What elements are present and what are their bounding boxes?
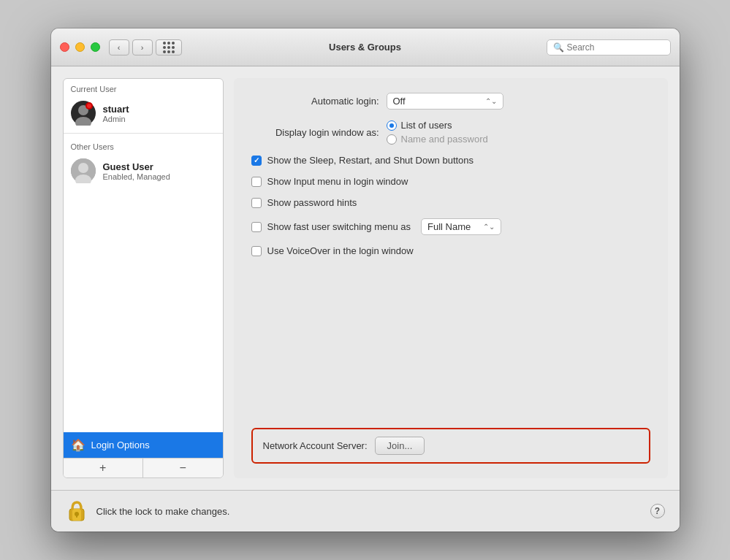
password-hints-checkbox[interactable] — [251, 198, 262, 208]
main-window: ‹ › Users & Groups 🔍 Current User — [51, 28, 680, 532]
guest-info: Guest User Enabled, Managed — [103, 161, 170, 181]
display-login-label: Display login window as: — [251, 127, 379, 138]
lock-button[interactable] — [66, 498, 88, 524]
password-hints-label: Show password hints — [267, 197, 357, 208]
titlebar: ‹ › Users & Groups 🔍 — [51, 28, 680, 66]
checkbox-voiceover-row: Use VoiceOver in the login window — [251, 245, 650, 256]
login-options-label: Login Options — [91, 440, 150, 450]
remove-user-button[interactable]: − — [142, 459, 223, 477]
back-button[interactable]: ‹ — [109, 39, 129, 55]
traffic-lights — [60, 42, 100, 52]
checkbox-sleep-row: ✓ Show the Sleep, Restart, and Shut Down… — [251, 155, 650, 166]
svg-point-4 — [87, 104, 91, 108]
list-of-users-label: List of users — [401, 120, 452, 131]
add-user-button[interactable]: + — [64, 459, 143, 477]
network-account-section: Network Account Server: Join... — [251, 428, 650, 464]
switching-chevron-icon: ⌃⌄ — [483, 223, 495, 231]
sleep-checkbox[interactable]: ✓ — [251, 156, 262, 166]
stuart-role: Admin — [103, 115, 129, 123]
window-title: Users & Groups — [329, 42, 401, 53]
switching-label: Show fast user switching menu as — [267, 221, 411, 232]
switching-select[interactable]: Full Name ⌃⌄ — [421, 218, 501, 235]
login-options-item[interactable]: 🏠 Login Options — [64, 432, 223, 458]
switching-value: Full Name — [427, 221, 471, 232]
plus-icon: + — [99, 461, 106, 475]
checkmark-icon: ✓ — [254, 157, 259, 164]
panel-spacer — [251, 266, 650, 410]
sidebar-bottom: + − — [64, 458, 223, 477]
right-panel: Automatic login: Off ⌃⌄ Display login wi… — [234, 78, 668, 478]
grid-view-button[interactable] — [156, 39, 182, 55]
search-icon: 🔍 — [553, 42, 564, 53]
checkbox-input-menu-row: Show Input menu in login window — [251, 176, 650, 187]
radio-dot — [389, 123, 394, 128]
search-input[interactable] — [567, 42, 664, 53]
current-user-label: Current User — [64, 79, 223, 96]
bottom-bar: Click the lock to make changes. ? — [51, 490, 680, 532]
stuart-avatar-svg — [71, 101, 96, 126]
voiceover-label: Use VoiceOver in the login window — [267, 245, 414, 256]
maximize-button[interactable] — [91, 42, 100, 52]
minus-icon: − — [180, 461, 186, 475]
nav-buttons: ‹ › — [109, 39, 153, 55]
list-of-users-radio[interactable] — [387, 120, 397, 131]
automatic-login-select[interactable]: Off ⌃⌄ — [387, 93, 503, 110]
join-button[interactable]: Join... — [375, 437, 425, 455]
name-password-row: Name and password — [387, 134, 488, 145]
input-menu-checkbox[interactable] — [251, 177, 262, 187]
name-password-radio[interactable] — [387, 134, 397, 145]
automatic-login-row: Automatic login: Off ⌃⌄ — [251, 93, 650, 110]
checkbox-password-hints-row: Show password hints — [251, 197, 650, 208]
chevron-updown-icon: ⌃⌄ — [485, 97, 497, 105]
back-icon: ‹ — [118, 43, 121, 52]
stuart-name: stuart — [103, 104, 129, 115]
stuart-user-item[interactable]: stuart Admin — [64, 96, 223, 130]
network-label: Network Account Server: — [263, 440, 368, 451]
automatic-login-label: Automatic login: — [251, 96, 379, 107]
help-button[interactable]: ? — [650, 504, 665, 518]
search-box[interactable]: 🔍 — [547, 39, 671, 55]
other-users-label: Other Users — [64, 137, 223, 154]
guest-user-item[interactable]: Guest User Enabled, Managed — [64, 154, 223, 188]
stuart-info: stuart Admin — [103, 104, 129, 123]
forward-button[interactable]: › — [132, 39, 153, 55]
sidebar: Current User stuart Admin O — [63, 78, 224, 478]
guest-avatar — [71, 158, 96, 183]
close-button[interactable] — [60, 42, 69, 52]
lock-icon — [66, 499, 87, 523]
automatic-login-value: Off — [393, 96, 406, 107]
checkbox-switching-row: Show fast user switching menu as Full Na… — [251, 218, 650, 235]
guest-status: Enabled, Managed — [103, 172, 170, 181]
lock-text: Click the lock to make changes. — [96, 506, 230, 517]
voiceover-checkbox[interactable] — [251, 246, 262, 256]
house-icon: 🏠 — [71, 438, 85, 452]
minimize-button[interactable] — [75, 42, 85, 52]
svg-rect-11 — [76, 514, 77, 518]
display-radio-group: List of users Name and password — [387, 120, 488, 145]
sleep-label: Show the Sleep, Restart, and Shut Down b… — [267, 155, 474, 166]
grid-icon — [163, 42, 175, 53]
svg-point-6 — [78, 163, 88, 173]
display-login-row: Display login window as: List of users N… — [251, 120, 650, 145]
switching-checkbox[interactable] — [251, 222, 262, 232]
guest-name: Guest User — [103, 161, 170, 172]
input-menu-label: Show Input menu in login window — [267, 176, 408, 187]
main-content: Current User stuart Admin O — [51, 66, 680, 490]
sidebar-spacer — [64, 188, 223, 432]
forward-icon: › — [141, 43, 144, 52]
divider — [64, 133, 223, 134]
avatar — [71, 101, 96, 126]
list-of-users-row: List of users — [387, 120, 488, 131]
name-password-label: Name and password — [401, 134, 488, 145]
